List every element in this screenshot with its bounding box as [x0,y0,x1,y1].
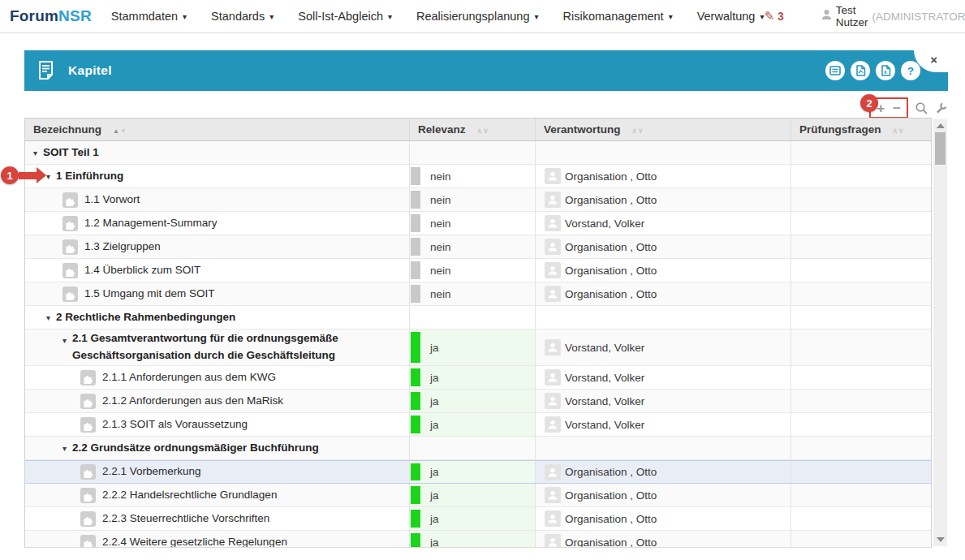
chevron-down-icon: ▾ [388,12,392,21]
search-icon[interactable] [915,101,928,115]
table-row[interactable]: ▾ 2.2 Grundsätze ordnungsmäßiger Buchfüh… [25,437,931,460]
responsible-name: Organisation , Otto [565,513,657,525]
pdf-export-icon[interactable] [851,61,870,80]
pencil-edit-icon[interactable]: ✎ [764,9,774,24]
row-label: 1 Einführung [56,168,123,185]
relevanz-cell: ja [410,390,536,412]
relevance-value: ja [430,513,439,525]
column-header[interactable]: Relevanz ∧∨ [410,118,536,140]
collapse-triangle-icon[interactable]: ▾ [62,444,67,453]
table-row[interactable]: 2.2.2 Handelsrechtliche Grundlagen ja Or… [25,484,931,507]
table-row[interactable]: 2.2.4 Weitere gesetzliche Regelungen ja … [25,531,931,548]
user-menu[interactable]: Test Nutzer (ADMINISTRATOR) ▾ [821,4,965,28]
table-row[interactable]: ▾ 2.1 Gesamtverantwortung für die ordnun… [25,330,931,366]
table-row[interactable]: ▾ SOIT Teil 1 [25,141,931,165]
verantwortung-cell [536,437,791,459]
verantwortung-cell: Vorstand, Volker [536,212,791,235]
table-row[interactable]: 2.2.1 Vorbemerkung ja Organisation , Ott… [25,460,931,484]
table-row[interactable]: ▾ 1 Einführung nein Organisation , Otto [25,165,931,188]
main-menu: Stammdaten ▾ Standards ▾ Soll-Ist-Abglei… [111,10,765,23]
scrollbar-thumb[interactable] [935,132,946,165]
collapse-triangle-icon[interactable]: ▾ [46,172,50,181]
person-avatar-icon [545,510,561,527]
kapitel-table: Bezeichnung ▲▼ Relevanz ∧∨ Verantwortung… [24,118,932,548]
table-row[interactable]: 1.5 Umgang mit dem SOIT nein Organisatio… [25,282,931,306]
responsible-name: Organisation , Otto [565,170,657,183]
user-icon [821,9,832,24]
column-header[interactable]: Bezeichnung ▲▼ [25,118,410,140]
help-icon[interactable]: ? [901,61,920,80]
top-navbar: ForumNSR Stammdaten ▾ Standards ▾ Soll-I… [0,0,965,33]
table-row[interactable]: 1.1 Vorwort nein Organisation , Otto [25,188,931,212]
logo-part-1: Forum [10,7,58,24]
menu-item[interactable]: Standards ▾ [211,10,274,23]
column-header[interactable]: Verantwortung ∧∨ [536,118,791,140]
table-row[interactable]: 1.2 Management-Summary nein Vorstand, Vo… [25,212,931,235]
responsible-name: Vorstand, Volker [565,395,644,407]
collapse-triangle-icon[interactable]: ▾ [33,149,37,157]
column-header[interactable]: Prüfungsfragen ∧∨ [791,118,931,140]
app-logo[interactable]: ForumNSR [10,7,92,25]
person-avatar-icon [545,168,561,184]
user-role: (ADMINISTRATOR) [872,11,965,23]
sort-icon[interactable]: ∧∨ [632,123,644,136]
verantwortung-cell: Organisation , Otto [536,484,791,506]
kapitel-panel-header: Kapitel x ? × [24,50,948,91]
bezeichnung-cell: ▾ 2.2 Grundsätze ordnungsmäßiger Buchfüh… [25,437,410,459]
menu-item[interactable]: Stammdaten ▾ [111,10,187,23]
table-row[interactable]: ▾ 2 Rechtliche Rahmenbedingungen [25,306,931,330]
verantwortung-cell [536,306,791,329]
scroll-down-icon[interactable] [937,537,945,542]
row-label: 2 Rechtliche Rahmenbedingungen [56,309,235,326]
menu-item[interactable]: Realisierungsplanung ▾ [416,10,539,23]
table-row[interactable]: 2.1.1 Anforderungen aus dem KWG ja Vorst… [25,366,931,390]
excel-export-icon[interactable]: x [876,61,895,80]
table-row[interactable]: 1.3 Zielgruppen nein Organisation , Otto [25,235,931,259]
verantwortung-cell [536,141,791,164]
relevance-bar [411,191,420,209]
menu-item[interactable]: Verwaltung ▾ [697,10,765,23]
relevanz-cell: nein [410,259,536,282]
sort-icon[interactable]: ▲▼ [113,123,127,136]
bezeichnung-cell: 1.5 Umgang mit dem SOIT [25,282,410,305]
relevanz-cell: nein [410,235,536,258]
chapter-puzzle-icon [80,535,96,549]
relevanz-cell: ja [410,531,536,548]
responsible-name: Organisation , Otto [565,265,657,277]
vertical-scrollbar[interactable] [933,119,947,546]
settings-wrench-icon[interactable] [935,101,948,114]
collapse-triangle-icon[interactable]: ▾ [62,336,67,345]
edit-count-badge[interactable]: 3 [778,10,784,23]
relevance-bar [411,486,420,504]
table-row[interactable]: 2.2.3 Steuerrechtliche Vorschriften ja O… [25,507,931,531]
row-label: 1.5 Umgang mit dem SOIT [84,286,215,303]
table-row[interactable]: 1.4 Überblick zum SOIT nein Organisation… [25,259,931,282]
sort-icon[interactable]: ∧∨ [477,123,489,136]
annotation-step-1: 1 [1,166,19,184]
bezeichnung-cell: 2.1.2 Anforderungen aus den MaRisk [25,390,410,412]
responsible-name: Organisation , Otto [565,194,657,206]
pruefungsfragen-cell [791,437,931,459]
relevance-bar [411,416,420,433]
sort-icon[interactable]: ∧∨ [893,123,905,136]
menu-item[interactable]: Risikomanagement ▾ [563,10,673,23]
relevance-value: nein [430,194,451,206]
relevance-bar [411,167,420,185]
table-row[interactable]: 2.1.2 Anforderungen aus den MaRisk ja Vo… [25,390,931,413]
report-card-icon[interactable] [825,61,845,80]
verantwortung-cell: Organisation , Otto [536,165,791,187]
chapter-puzzle-icon [80,370,96,386]
relevance-value: ja [430,536,439,549]
pruefungsfragen-cell [791,141,931,164]
table-row[interactable]: 2.1.3 SOIT als Voraussetzung ja Vorstand… [25,413,931,437]
person-avatar-icon [545,339,561,355]
menu-item[interactable]: Soll-Ist-Abgleich ▾ [298,10,392,23]
scroll-up-icon[interactable] [937,123,945,128]
chapter-puzzle-icon [80,464,96,480]
close-icon[interactable]: × [930,53,937,67]
logo-part-2: NSR [58,7,92,24]
collapse-triangle-icon[interactable]: ▾ [46,313,50,322]
collapse-all-icon[interactable]: − [893,101,901,115]
annotation-arrow-head [37,167,46,183]
table-toolbar: + − [869,97,948,118]
